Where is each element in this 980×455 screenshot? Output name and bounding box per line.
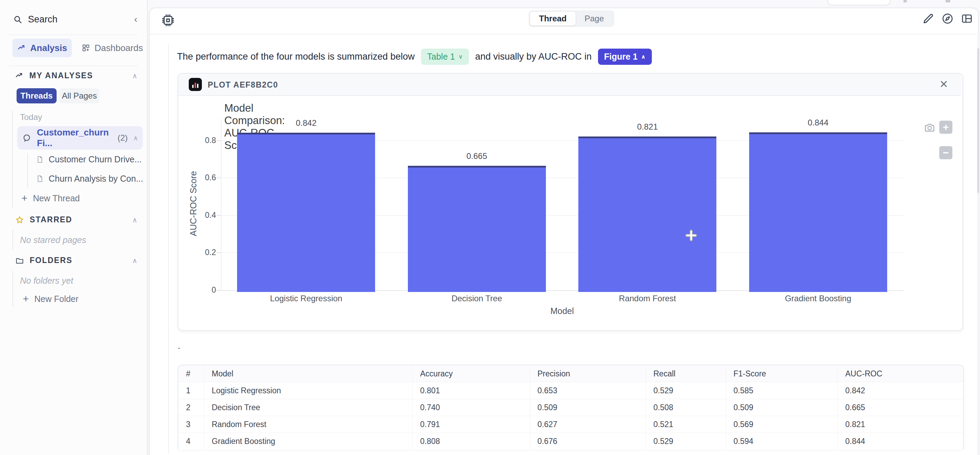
y-tick-label: 0.2 <box>185 248 216 257</box>
table-cell: 2 <box>178 399 204 416</box>
chevron-up-icon[interactable]: ∧ <box>132 72 137 80</box>
close-icon[interactable]: ✕ <box>939 78 948 90</box>
table-row: 4Gradient Boosting0.8080.6760.5290.5940.… <box>178 433 963 450</box>
search-label: Search <box>28 14 57 25</box>
plus-icon: + <box>21 193 28 203</box>
column-header-auc-roc: AUC-ROC <box>837 365 963 382</box>
compass-icon[interactable] <box>941 13 954 25</box>
bar-value-label: 0.665 <box>447 151 506 161</box>
x-tick-label: Random Forest <box>575 294 720 303</box>
bar-decision-tree[interactable] <box>408 166 546 292</box>
group-guide-line <box>12 110 13 208</box>
bar-logistic-regression[interactable] <box>237 133 375 292</box>
zoom-out-button[interactable]: − <box>939 146 952 159</box>
divider <box>9 35 137 35</box>
threads-toggle-button[interactable]: Threads <box>17 88 57 103</box>
metrics-table: #ModelAccuracyPrecisionRecallF1-ScoreAUC… <box>178 365 963 449</box>
figure-1-chip[interactable]: Figure 1 ∧ <box>598 49 652 65</box>
page-item[interactable]: Churn Analysis by Con... <box>36 174 143 184</box>
bar-value-label: 0.821 <box>618 122 677 132</box>
tab-dashboards[interactable]: Dashboards <box>81 39 143 57</box>
new-folder-button[interactable]: + New Folder <box>23 294 78 304</box>
table-cell: 0.627 <box>530 416 646 433</box>
my-analyses-header[interactable]: MY ANALYSES ∧ <box>15 71 137 80</box>
layout-panel-icon[interactable] <box>961 13 973 25</box>
content-guide-line <box>168 45 169 453</box>
starred-header[interactable]: STARRED ∧ <box>15 215 137 224</box>
plot-title-label: PLOT AEF8B2C0 <box>208 80 278 90</box>
cursor-crosshair <box>685 230 697 241</box>
search-icon <box>13 15 22 24</box>
tab-analysis-label: Analysis <box>30 43 67 54</box>
sidebar-collapse-icon[interactable]: ‹ <box>134 14 137 25</box>
thread-item-count: (2) <box>118 133 128 143</box>
page-item-label: Customer Churn Drive... <box>49 154 142 165</box>
bar-random-forest[interactable] <box>578 136 716 292</box>
table-cell: 0.791 <box>412 416 530 433</box>
table-cell: Gradient Boosting <box>204 433 412 450</box>
table-1-chip[interactable]: Table 1 ∨ <box>421 49 469 65</box>
edit-icon[interactable] <box>922 13 934 25</box>
starred-empty-label: No starred pages <box>20 235 86 245</box>
table-cell: 0.665 <box>837 399 963 416</box>
x-tick-label: Decision Tree <box>404 294 549 303</box>
table-row: 1Logistic Regression0.8010.6530.5290.585… <box>178 382 963 399</box>
divider <box>9 65 137 66</box>
thread-pages-guide-line <box>27 153 28 188</box>
scrollbar-thumb[interactable] <box>977 48 979 193</box>
thread-item-title: Customer_churn Fi... <box>37 127 112 149</box>
tab-thread[interactable]: Thread <box>530 12 576 25</box>
chevron-up-icon[interactable]: ∧ <box>132 257 137 265</box>
group-label-today: Today <box>20 113 42 122</box>
table-cell: 0.509 <box>530 399 646 416</box>
x-axis-label: Model <box>528 306 597 316</box>
chevron-up-icon: ∧ <box>641 54 646 60</box>
threads-toggle-label: Threads <box>21 91 52 101</box>
cutoff-toolbar <box>827 0 890 6</box>
table-cell: 0.529 <box>646 433 726 450</box>
plus-icon: + <box>23 294 29 304</box>
message-text: The performance of the four models is su… <box>177 51 415 62</box>
bar-value-label: 0.844 <box>789 118 848 128</box>
page-item[interactable]: Customer Churn Drive... <box>36 154 142 165</box>
y-tick-label: 0.6 <box>185 173 216 182</box>
camera-icon[interactable] <box>923 121 936 134</box>
table-cell: 0.844 <box>837 433 963 450</box>
search-row[interactable]: Search ‹ <box>13 14 137 25</box>
x-tick-label: Gradient Boosting <box>746 294 891 303</box>
starred-guide-line <box>13 230 13 250</box>
column-header--: # <box>178 365 204 382</box>
folders-header[interactable]: FOLDERS ∧ <box>15 256 137 265</box>
document-icon <box>36 174 44 183</box>
chevron-up-icon[interactable]: ∧ <box>132 216 137 224</box>
column-header-precision: Precision <box>530 365 646 382</box>
zoom-in-button[interactable]: + <box>939 120 952 134</box>
bar-value-label: 0.842 <box>277 118 336 128</box>
all-pages-toggle-button[interactable]: All Pages <box>59 88 99 103</box>
chevron-up-icon[interactable]: ∧ <box>133 134 138 142</box>
document-icon <box>36 155 44 164</box>
table-cell: 0.676 <box>530 433 646 450</box>
new-thread-button[interactable]: + New Thread <box>21 193 80 203</box>
folders-guide-line <box>13 271 13 307</box>
table-cell: 0.594 <box>726 433 837 450</box>
tab-page[interactable]: Page <box>576 12 613 25</box>
column-header-f1-score: F1-Score <box>726 365 837 382</box>
thread-item-selected[interactable]: Customer_churn Fi... (2) ∧ <box>17 126 143 150</box>
table-cell: 0.529 <box>646 382 726 399</box>
model-chip-icon[interactable] <box>161 13 175 28</box>
bar-gradient-boosting[interactable] <box>749 132 887 292</box>
assistant-message: The performance of the four models is su… <box>177 48 652 65</box>
app-window: Search ‹ Analysis Dashboards MY ANALYSES… <box>0 0 980 455</box>
message-text: and visually by AUC-ROC in <box>475 51 592 62</box>
y-tick-mark <box>217 252 221 253</box>
table-cell: 0.509 <box>726 399 837 416</box>
cutoff-mark <box>904 0 907 2</box>
plot-thumbnail-icon <box>189 78 202 91</box>
y-tick-mark <box>217 215 221 216</box>
new-folder-label: New Folder <box>35 294 79 304</box>
tab-analysis[interactable]: Analysis <box>13 39 72 57</box>
y-tick-mark <box>217 290 221 290</box>
table-cell: 0.821 <box>837 416 963 433</box>
folders-label: FOLDERS <box>30 256 72 265</box>
